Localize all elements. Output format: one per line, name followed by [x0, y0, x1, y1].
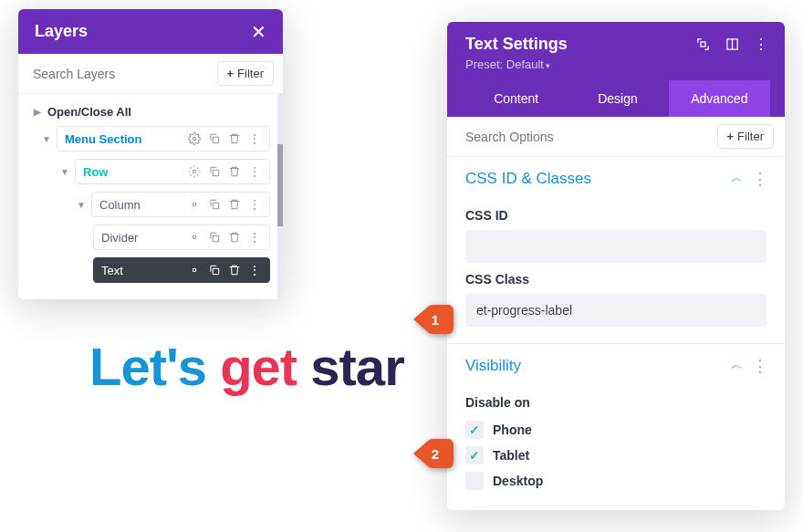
- options-filter-button[interactable]: + Filter: [717, 124, 774, 149]
- layer-item-menu-section[interactable]: ▼ Menu Section ⋮: [22, 122, 279, 155]
- options-search-row: + Filter: [447, 117, 785, 157]
- trash-icon[interactable]: [227, 263, 242, 277]
- gear-icon[interactable]: [187, 197, 202, 212]
- preset-selector[interactable]: Preset: Default▾: [465, 54, 770, 80]
- hero-text: Let's get star: [89, 336, 404, 397]
- layer-item-divider[interactable]: Divider ⋮: [22, 221, 279, 254]
- duplicate-icon[interactable]: [207, 230, 222, 245]
- settings-header: Text Settings ⋮ Preset: Default▾ Content…: [447, 22, 785, 117]
- caret-down-icon: ▾: [546, 61, 550, 70]
- duplicate-icon[interactable]: [207, 164, 222, 179]
- layers-title: Layers: [35, 22, 88, 41]
- chevron-down-icon: ▼: [60, 167, 69, 177]
- more-icon[interactable]: ⋮: [752, 36, 770, 54]
- svg-rect-1: [213, 137, 218, 142]
- visibility-section: Visibility ︿ ⋮ Disable on ✓ Phone ✓ Tabl…: [447, 344, 785, 510]
- svg-point-0: [193, 137, 196, 141]
- layers-search-row: + Filter: [18, 54, 283, 94]
- callout-1: 1: [412, 305, 454, 334]
- tab-design[interactable]: Design: [567, 80, 668, 117]
- open-close-all[interactable]: ▶ Open/Close All: [22, 101, 279, 122]
- disable-desktop-row[interactable]: Desktop: [465, 468, 766, 494]
- more-icon[interactable]: ⋮: [247, 197, 262, 212]
- layers-filter-button[interactable]: + Filter: [217, 61, 274, 86]
- css-section: CSS ID & Classes ︿ ⋮ CSS ID CSS Class: [447, 157, 785, 344]
- svg-rect-9: [213, 268, 218, 274]
- settings-title: Text Settings: [465, 35, 683, 54]
- layer-item-text[interactable]: Text ⋮: [22, 254, 279, 287]
- checkbox-checked-icon[interactable]: ✓: [465, 446, 484, 464]
- disable-on-label: Disable on: [465, 395, 766, 410]
- svg-point-2: [193, 170, 196, 173]
- disable-phone-row[interactable]: ✓ Phone: [465, 417, 766, 443]
- checkbox-checked-icon[interactable]: ✓: [465, 421, 484, 439]
- gear-icon[interactable]: [187, 230, 202, 245]
- trash-icon[interactable]: [227, 164, 242, 179]
- css-class-label: CSS Class: [465, 272, 766, 287]
- plus-icon: +: [727, 130, 735, 143]
- search-layers-input[interactable]: [33, 67, 217, 81]
- layout-icon[interactable]: [723, 36, 741, 54]
- css-class-input[interactable]: [465, 294, 766, 327]
- css-id-input[interactable]: [465, 230, 766, 263]
- svg-rect-5: [213, 203, 218, 208]
- visibility-section-toggle[interactable]: Visibility ︿ ⋮: [447, 344, 785, 386]
- plus-icon: +: [227, 67, 235, 80]
- gear-icon[interactable]: [187, 263, 202, 277]
- trash-icon[interactable]: [227, 197, 242, 212]
- svg-rect-10: [701, 42, 705, 47]
- more-icon[interactable]: ⋮: [752, 358, 768, 374]
- layers-tree: ▶ Open/Close All ▼ Menu Section ⋮ ▼ Row: [18, 94, 283, 299]
- chevron-up-icon: ︿: [731, 170, 743, 186]
- svg-point-6: [193, 235, 196, 239]
- trash-icon[interactable]: [227, 230, 242, 245]
- duplicate-icon[interactable]: [207, 131, 222, 146]
- more-icon[interactable]: ⋮: [247, 230, 262, 245]
- trash-icon[interactable]: [227, 131, 242, 146]
- duplicate-icon[interactable]: [207, 197, 222, 212]
- gear-icon[interactable]: [187, 164, 202, 179]
- tab-advanced[interactable]: Advanced: [669, 80, 770, 117]
- duplicate-icon[interactable]: [207, 263, 222, 277]
- svg-rect-3: [213, 170, 218, 175]
- layers-panel: Layers ✕ + Filter ▶ Open/Close All ▼ Men…: [18, 9, 283, 299]
- layer-item-column[interactable]: ▼ Column ⋮: [22, 188, 279, 221]
- svg-rect-7: [213, 235, 218, 241]
- filter-label: Filter: [237, 67, 264, 80]
- layer-item-row[interactable]: ▼ Row ⋮: [22, 155, 279, 188]
- chevron-up-icon: ︿: [731, 357, 743, 373]
- layers-header: Layers ✕: [18, 9, 283, 54]
- more-icon[interactable]: ⋮: [752, 171, 768, 187]
- chevron-down-icon: ▼: [77, 200, 86, 210]
- checkbox-unchecked-icon[interactable]: [465, 472, 484, 490]
- more-icon[interactable]: ⋮: [247, 263, 262, 277]
- text-settings-panel: Text Settings ⋮ Preset: Default▾ Content…: [447, 22, 785, 510]
- svg-point-8: [193, 268, 196, 272]
- disable-tablet-row[interactable]: ✓ Tablet: [465, 443, 766, 468]
- expand-icon[interactable]: [694, 36, 712, 54]
- tab-content[interactable]: Content: [465, 80, 567, 117]
- css-id-label: CSS ID: [465, 208, 766, 223]
- settings-tabs: Content Design Advanced: [465, 80, 770, 117]
- gear-icon[interactable]: [187, 131, 202, 146]
- chevron-right-icon: ▶: [33, 107, 42, 117]
- svg-point-4: [193, 203, 196, 206]
- css-section-toggle[interactable]: CSS ID & Classes ︿ ⋮: [447, 157, 785, 199]
- more-icon[interactable]: ⋮: [247, 164, 262, 179]
- callout-2: 2: [412, 439, 454, 468]
- chevron-down-icon: ▼: [42, 134, 51, 144]
- search-options-input[interactable]: [465, 130, 717, 144]
- more-icon[interactable]: ⋮: [247, 131, 262, 146]
- close-icon[interactable]: ✕: [251, 23, 266, 41]
